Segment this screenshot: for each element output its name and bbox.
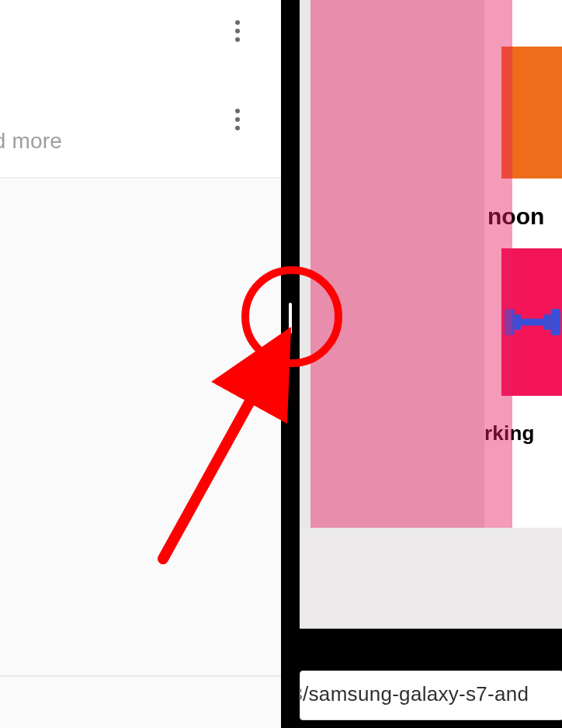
svg-rect-4 (550, 309, 560, 335)
more-vert-icon (235, 20, 240, 25)
search-bar[interactable]: s, and more (0, 85, 281, 177)
more-vert-icon (235, 37, 240, 42)
left-app-body (0, 179, 281, 728)
right-app-pane: noon rking /03/sams (300, 0, 562, 728)
more-vert-icon (235, 109, 240, 113)
left-app-pane: s, and more (0, 0, 281, 728)
more-vert-icon (235, 117, 240, 122)
overflow-menu-top[interactable] (222, 16, 253, 47)
more-vert-icon (235, 29, 240, 33)
svg-rect-3 (543, 314, 550, 330)
split-screen-handle[interactable] (289, 303, 292, 334)
selection-overlay (310, 0, 512, 528)
body-divider (0, 675, 281, 677)
more-vert-icon (235, 126, 240, 130)
url-text: /03/samsung-galaxy-s7-and (300, 682, 529, 706)
overflow-menu-search[interactable] (222, 104, 253, 135)
browser-url-bar[interactable]: /03/samsung-galaxy-s7-and (300, 671, 562, 720)
bottom-strip (300, 528, 562, 629)
right-content-frame: noon rking (300, 0, 562, 629)
dumbbell-icon (505, 304, 560, 340)
split-screen-root: s, and more noon (0, 0, 562, 728)
search-placeholder: s, and more (0, 129, 62, 154)
svg-rect-2 (522, 319, 544, 326)
left-app-header (0, 0, 281, 86)
svg-rect-1 (515, 314, 522, 330)
